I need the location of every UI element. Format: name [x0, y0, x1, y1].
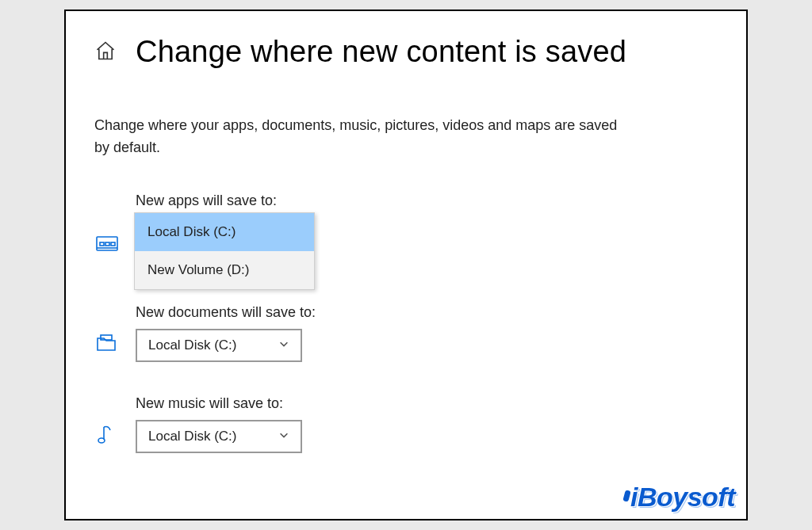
music-section: New music will save to: Local Disk (C:)	[94, 395, 718, 453]
documents-combo[interactable]: Local Disk (C:)	[136, 329, 302, 362]
documents-label: New documents will save to:	[136, 304, 718, 321]
music-selected: Local Disk (C:)	[148, 429, 236, 444]
chevron-down-icon	[278, 337, 289, 353]
svg-rect-4	[111, 242, 115, 246]
documents-selected: Local Disk (C:)	[148, 337, 236, 353]
chevron-down-icon	[278, 429, 289, 444]
music-icon	[94, 422, 120, 451]
page-title: Change where new content is saved	[136, 35, 626, 69]
documents-icon	[94, 331, 120, 360]
page-header: Change where new content is saved	[94, 35, 718, 69]
documents-section: New documents will save to: Local Disk (…	[94, 304, 718, 362]
home-icon[interactable]	[94, 40, 117, 65]
svg-rect-5	[101, 335, 112, 340]
page-description: Change where your apps, documents, music…	[94, 115, 634, 159]
settings-window: Change where new content is saved Change…	[64, 10, 748, 520]
apps-label: New apps will save to:	[136, 193, 718, 209]
apps-dropdown[interactable]: Local Disk (C:) New Volume (D:)	[134, 212, 315, 290]
svg-rect-3	[105, 242, 109, 246]
watermark: iBoysoft	[624, 482, 735, 513]
apps-icon	[94, 231, 120, 260]
apps-section: New apps will save to: Local Disk (C:) N…	[94, 193, 718, 299]
svg-rect-2	[100, 242, 104, 246]
music-combo[interactable]: Local Disk (C:)	[136, 420, 302, 453]
svg-point-6	[98, 438, 105, 443]
apps-option-local-c[interactable]: Local Disk (C:)	[135, 213, 314, 251]
apps-option-new-d[interactable]: New Volume (D:)	[135, 251, 314, 289]
music-label: New music will save to:	[136, 395, 718, 412]
